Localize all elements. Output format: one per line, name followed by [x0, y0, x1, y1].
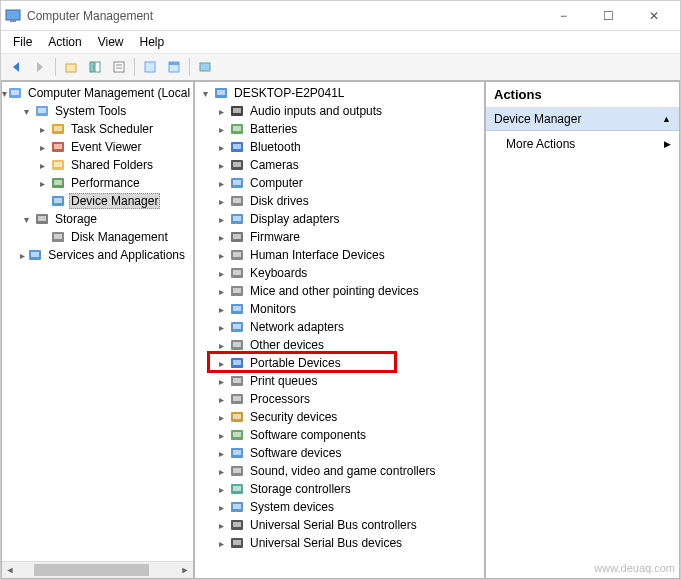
twisty-icon[interactable]: ▸ [213, 124, 229, 135]
twisty-icon[interactable]: ▸ [34, 160, 50, 171]
twisty-icon[interactable]: ▸ [213, 484, 229, 495]
twisty-icon[interactable]: ▸ [213, 268, 229, 279]
svg-rect-51 [233, 234, 241, 239]
scope-node-5[interactable]: ▸Performance [2, 174, 193, 192]
twisty-icon[interactable]: ▸ [213, 232, 229, 243]
device-category-13[interactable]: ▸Other devices [195, 336, 484, 354]
svg-rect-33 [31, 252, 39, 257]
menu-view[interactable]: View [90, 33, 132, 51]
device-category-15[interactable]: ▸Print queues [195, 372, 484, 390]
scope-node-3[interactable]: ▸Event Viewer [2, 138, 193, 156]
scope-node-0[interactable]: ▾Computer Management (Local [2, 84, 193, 102]
show-hide-button[interactable] [84, 56, 106, 78]
menu-file[interactable]: File [5, 33, 40, 51]
device-category-10[interactable]: ▸Mice and other pointing devices [195, 282, 484, 300]
twisty-icon[interactable]: ▸ [213, 160, 229, 171]
device-tree[interactable]: ▾DESKTOP-E2P041L▸Audio inputs and output… [195, 82, 484, 578]
device-category-14[interactable]: ▸Portable Devices [195, 354, 484, 372]
svg-rect-35 [217, 90, 225, 95]
scope-node-2[interactable]: ▸Task Scheduler [2, 120, 193, 138]
device-category-label: Software components [248, 428, 368, 442]
device-category-6[interactable]: ▸Display adapters [195, 210, 484, 228]
device-category-5[interactable]: ▸Disk drives [195, 192, 484, 210]
back-button[interactable] [5, 56, 27, 78]
device-category-24[interactable]: ▸Universal Serial Bus devices [195, 534, 484, 552]
twisty-icon[interactable]: ▸ [213, 214, 229, 225]
twisty-icon[interactable]: ▸ [213, 178, 229, 189]
device-category-23[interactable]: ▸Universal Serial Bus controllers [195, 516, 484, 534]
forward-button[interactable] [29, 56, 51, 78]
minimize-button[interactable]: − [541, 2, 586, 30]
twisty-icon[interactable]: ▾ [18, 214, 34, 225]
device-category-17[interactable]: ▸Security devices [195, 408, 484, 426]
device-category-2[interactable]: ▸Bluetooth [195, 138, 484, 156]
svg-rect-83 [233, 522, 241, 527]
device-category-18[interactable]: ▸Software components [195, 426, 484, 444]
help-button[interactable] [139, 56, 161, 78]
keyboard-icon [229, 265, 245, 281]
view1-button[interactable] [163, 56, 185, 78]
actions-section[interactable]: Device Manager ▲ [486, 108, 679, 131]
maximize-button[interactable]: ☐ [586, 2, 631, 30]
twisty-icon[interactable]: ▸ [213, 286, 229, 297]
twisty-icon[interactable]: ▸ [213, 340, 229, 351]
twisty-icon[interactable]: ▸ [213, 412, 229, 423]
twisty-icon[interactable]: ▸ [213, 502, 229, 513]
twisty-icon[interactable]: ▸ [213, 520, 229, 531]
device-category-9[interactable]: ▸Keyboards [195, 264, 484, 282]
device-category-16[interactable]: ▸Processors [195, 390, 484, 408]
device-category-3[interactable]: ▸Cameras [195, 156, 484, 174]
twisty-icon[interactable]: ▸ [213, 358, 229, 369]
twisty-icon[interactable]: ▸ [213, 250, 229, 261]
twisty-icon[interactable]: ▾ [18, 106, 34, 117]
view2-button[interactable] [194, 56, 216, 78]
twisty-icon[interactable]: ▸ [213, 394, 229, 405]
device-category-4[interactable]: ▸Computer [195, 174, 484, 192]
device-category-7[interactable]: ▸Firmware [195, 228, 484, 246]
twisty-icon[interactable]: ▸ [34, 142, 50, 153]
device-category-21[interactable]: ▸Storage controllers [195, 480, 484, 498]
device-category-20[interactable]: ▸Sound, video and game controllers [195, 462, 484, 480]
scope-node-9[interactable]: ▸Services and Applications [2, 246, 193, 264]
twisty-icon[interactable]: ▸ [18, 250, 27, 261]
device-category-0[interactable]: ▸Audio inputs and outputs [195, 102, 484, 120]
menu-action[interactable]: Action [40, 33, 89, 51]
twisty-icon[interactable]: ▸ [34, 124, 50, 135]
device-root[interactable]: ▾DESKTOP-E2P041L [195, 84, 484, 102]
properties-button[interactable] [108, 56, 130, 78]
twisty-icon[interactable]: ▸ [213, 196, 229, 207]
sysdev-icon [229, 499, 245, 515]
scope-node-4[interactable]: ▸Shared Folders [2, 156, 193, 174]
up-button[interactable] [60, 56, 82, 78]
scrollbar-horizontal[interactable]: ◄► [2, 561, 193, 578]
twisty-icon[interactable]: ▸ [213, 106, 229, 117]
menu-help[interactable]: Help [132, 33, 173, 51]
scope-node-8[interactable]: Disk Management [2, 228, 193, 246]
twisty-icon[interactable]: ▸ [213, 304, 229, 315]
twisty-icon[interactable]: ▸ [213, 538, 229, 549]
scope-node-6[interactable]: Device Manager [2, 192, 193, 210]
scope-tree[interactable]: ▾Computer Management (Local▾System Tools… [2, 82, 193, 561]
device-category-12[interactable]: ▸Network adapters [195, 318, 484, 336]
usbctrl-icon [229, 517, 245, 533]
device-category-11[interactable]: ▸Monitors [195, 300, 484, 318]
twisty-icon[interactable]: ▸ [213, 448, 229, 459]
device-category-1[interactable]: ▸Batteries [195, 120, 484, 138]
action-more-actions[interactable]: More Actions ▶ [486, 131, 679, 157]
twisty-icon[interactable]: ▸ [213, 376, 229, 387]
svg-rect-15 [11, 90, 19, 95]
scope-node-7[interactable]: ▾Storage [2, 210, 193, 228]
twisty-icon[interactable]: ▸ [213, 142, 229, 153]
twisty-icon[interactable]: ▾ [197, 88, 213, 99]
scope-node-1[interactable]: ▾System Tools [2, 102, 193, 120]
svg-rect-47 [233, 198, 241, 203]
twisty-icon[interactable]: ▸ [213, 466, 229, 477]
twisty-icon[interactable]: ▸ [34, 178, 50, 189]
device-category-22[interactable]: ▸System devices [195, 498, 484, 516]
device-category-8[interactable]: ▸Human Interface Devices [195, 246, 484, 264]
twisty-icon[interactable]: ▸ [213, 430, 229, 441]
close-button[interactable]: ✕ [631, 2, 676, 30]
device-category-19[interactable]: ▸Software devices [195, 444, 484, 462]
svg-rect-85 [233, 540, 241, 545]
twisty-icon[interactable]: ▸ [213, 322, 229, 333]
